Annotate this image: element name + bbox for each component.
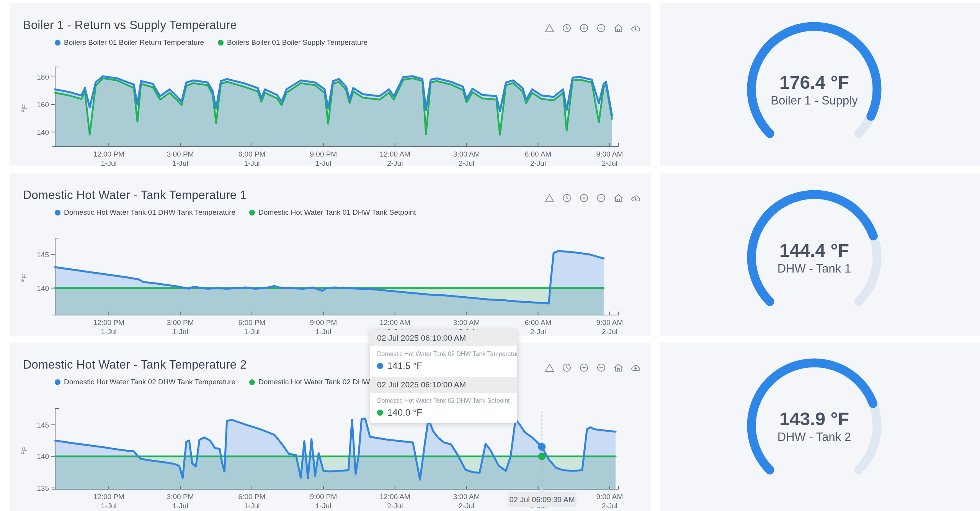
home-icon[interactable] [613, 193, 624, 203]
svg-text:1-Jul: 1-Jul [244, 502, 260, 510]
home-icon[interactable] [613, 362, 624, 373]
series-color-dot [55, 40, 60, 46]
svg-text:2-Jul: 2-Jul [602, 502, 617, 510]
chart-legend: Domestic Hot Water Tank 02 DHW Tank Temp… [55, 378, 416, 386]
svg-text:3:00 PM: 3:00 PM [167, 150, 194, 158]
series-color-dot [55, 210, 60, 216]
svg-text:2-Jul: 2-Jul [530, 159, 546, 166]
legend-label: Domestic Hot Water Tank 02 DHW Tank Setp… [258, 378, 416, 386]
svg-text:180: 180 [37, 73, 49, 81]
svg-text:°F: °F [20, 446, 29, 454]
svg-text:6:00 AM: 6:00 AM [525, 150, 552, 158]
legend-item-tank1-setpoint[interactable]: Domestic Hot Water Tank 01 DHW Tank Setp… [249, 208, 416, 217]
gauge-label: Boiler 1 - Supply [660, 93, 969, 108]
alert-triangle-icon[interactable] [544, 23, 555, 33]
gauge-card-boiler1-supply: 176.4 °F Boiler 1 - Supply [660, 3, 980, 166]
zoom-out-icon[interactable] [596, 23, 606, 33]
svg-text:1-Jul: 1-Jul [101, 502, 117, 510]
chart-card-dhw-tank2: 12:00 PM1-Jul3:00 PM1-Jul6:00 PM1-Jul9:0… [10, 343, 651, 511]
gauge-card-dhw-tank1: 144.4 °F DHW - Tank 1 [660, 173, 980, 336]
chart-title: Domestic Hot Water - Tank Temperature 1 [23, 188, 247, 202]
cloud-download-icon[interactable] [630, 193, 641, 203]
svg-text:9:00 AM: 9:00 AM [596, 150, 623, 158]
chart-title: Domestic Hot Water - Tank Temperature 2 [23, 358, 247, 372]
legend-item-tank1-temp[interactable]: Domestic Hot Water Tank 01 DHW Tank Temp… [55, 208, 235, 217]
svg-text:3:00 AM: 3:00 AM [453, 493, 480, 501]
legend-item-return-temp[interactable]: Boilers Boiler 01 Boiler Return Temperat… [55, 38, 204, 47]
chart-card-dhw-tank1: 12:00 PM1-Jul3:00 PM1-Jul6:00 PM1-Jul9:0… [10, 173, 651, 336]
svg-text:9:00 AM: 9:00 AM [596, 318, 623, 327]
svg-text:3:00 PM: 3:00 PM [167, 318, 194, 327]
alert-triangle-icon[interactable] [544, 362, 555, 373]
series-color-dot [249, 379, 255, 385]
svg-text:°F: °F [20, 104, 29, 112]
legend-item-tank2-setpoint[interactable]: Domestic Hot Water Tank 02 DHW Tank Setp… [249, 378, 416, 386]
svg-text:6:00 AM: 6:00 AM [525, 318, 552, 327]
svg-text:12:00 PM: 12:00 PM [93, 150, 124, 158]
legend-label: Domestic Hot Water Tank 02 DHW Tank Temp… [64, 378, 235, 386]
svg-text:3:00 PM: 3:00 PM [167, 493, 194, 501]
svg-text:1-Jul: 1-Jul [244, 328, 260, 336]
gauge-readout: 144.4 °F DHW - Tank 1 [660, 240, 969, 276]
zoom-in-icon[interactable] [579, 362, 589, 373]
svg-text:12:00 AM: 12:00 AM [380, 150, 410, 158]
chart-legend: Domestic Hot Water Tank 01 DHW Tank Temp… [55, 208, 416, 217]
chart-title: Boiler 1 - Return vs Supply Temperature [23, 18, 237, 32]
zoom-out-icon[interactable] [596, 193, 606, 203]
series-color-dot [218, 40, 224, 46]
svg-text:1-Jul: 1-Jul [101, 159, 117, 166]
zoom-out-icon[interactable] [596, 362, 606, 373]
svg-text:2-Jul: 2-Jul [387, 502, 403, 510]
axis-pointer-time-label: 02 Jul 06:09:39 AM [508, 492, 577, 507]
svg-text:1-Jul: 1-Jul [172, 502, 188, 510]
svg-text:12:00 AM: 12:00 AM [380, 493, 410, 501]
svg-text:145: 145 [37, 421, 49, 429]
legend-label: Domestic Hot Water Tank 01 DHW Tank Setp… [258, 208, 416, 217]
alert-triangle-icon[interactable] [544, 193, 555, 203]
legend-item-tank2-temp[interactable]: Domestic Hot Water Tank 02 DHW Tank Temp… [55, 378, 235, 386]
svg-text:2-Jul: 2-Jul [459, 159, 474, 166]
svg-text:6:00 PM: 6:00 PM [238, 493, 266, 501]
svg-text:9:00 AM: 9:00 AM [596, 493, 623, 501]
series-color-dot [55, 379, 60, 385]
gauge-card-dhw-tank2: 143.9 °F DHW - Tank 2 [660, 343, 980, 511]
svg-text:1-Jul: 1-Jul [172, 328, 188, 336]
svg-text:1-Jul: 1-Jul [172, 159, 188, 166]
gauge-label: DHW - Tank 1 [660, 261, 969, 276]
legend-item-supply-temp[interactable]: Boilers Boiler 01 Boiler Supply Temperat… [218, 38, 368, 47]
svg-text:12:00 PM: 12:00 PM [93, 493, 124, 501]
svg-text:2-Jul: 2-Jul [602, 328, 617, 336]
home-icon[interactable] [613, 23, 624, 33]
zoom-in-icon[interactable] [579, 23, 589, 33]
zoom-in-icon[interactable] [579, 193, 589, 203]
svg-text:12:00 PM: 12:00 PM [93, 318, 124, 327]
cloud-download-icon[interactable] [630, 362, 641, 373]
svg-text:140: 140 [37, 452, 49, 460]
gauge-readout: 176.4 °F Boiler 1 - Supply [660, 72, 969, 108]
legend-label: Domestic Hot Water Tank 01 DHW Tank Temp… [64, 208, 235, 217]
chart-toolbar [544, 23, 641, 33]
clock-icon[interactable] [562, 23, 572, 33]
svg-text:1-Jul: 1-Jul [244, 159, 260, 166]
cloud-download-icon[interactable] [630, 23, 641, 33]
svg-text:145: 145 [37, 251, 49, 259]
svg-text:2-Jul: 2-Jul [602, 159, 617, 166]
svg-text:9:00 PM: 9:00 PM [310, 493, 337, 501]
svg-text:3:00 AM: 3:00 AM [453, 318, 480, 327]
gauge-value: 176.4 °F [660, 72, 969, 93]
svg-text:1-Jul: 1-Jul [315, 159, 331, 166]
clock-icon[interactable] [562, 362, 572, 373]
chart-legend: Boilers Boiler 01 Boiler Return Temperat… [55, 38, 368, 47]
gauge-readout: 143.9 °F DHW - Tank 2 [660, 409, 969, 445]
svg-text:2-Jul: 2-Jul [387, 328, 403, 336]
svg-text:1-Jul: 1-Jul [315, 502, 331, 510]
svg-text:1-Jul: 1-Jul [315, 328, 331, 336]
svg-text:2-Jul: 2-Jul [387, 159, 403, 166]
clock-icon[interactable] [562, 193, 572, 203]
svg-text:2-Jul: 2-Jul [530, 328, 546, 336]
gauge-label: DHW - Tank 2 [660, 429, 969, 445]
chart-card-boiler1: 12:00 PM1-Jul3:00 PM1-Jul6:00 PM1-Jul9:0… [10, 3, 651, 166]
svg-text:°F: °F [20, 274, 29, 282]
legend-label: Boilers Boiler 01 Boiler Supply Temperat… [227, 38, 368, 47]
gauge-value: 143.9 °F [660, 409, 969, 429]
